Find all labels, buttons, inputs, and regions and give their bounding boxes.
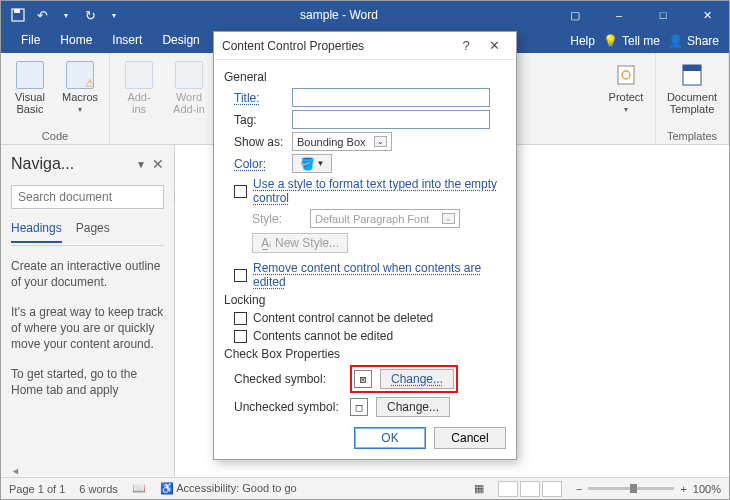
nav-tabs: Headings Pages — [11, 221, 164, 243]
section-locking: Locking — [224, 293, 506, 307]
document-template-button[interactable]: Document Template — [662, 57, 722, 128]
document-title: sample - Word — [125, 8, 553, 22]
nav-scroll-left-icon[interactable]: ◄ — [11, 466, 20, 476]
svg-rect-1 — [14, 9, 20, 13]
addins-button: Add- ins — [116, 57, 162, 140]
section-general: General — [224, 70, 506, 84]
style-label: Style: — [252, 212, 304, 226]
svg-rect-2 — [618, 66, 634, 84]
checked-change-button[interactable]: Change... — [380, 369, 454, 389]
color-picker[interactable]: 🪣▼ — [292, 154, 332, 173]
search-box[interactable]: 🔍▾ — [11, 185, 164, 209]
word-addins-button: Word Add-in — [166, 57, 212, 140]
zoom-out-button[interactable]: − — [576, 483, 582, 495]
cannot-delete-label: Content control cannot be deleted — [253, 311, 433, 325]
undo-icon[interactable]: ↶ — [31, 4, 53, 26]
cannot-edit-checkbox[interactable] — [234, 330, 247, 343]
status-proofing-icon[interactable]: 📖 — [132, 482, 146, 495]
status-macro-icon[interactable]: ▦ — [474, 482, 484, 495]
color-label: Color: — [234, 157, 286, 171]
qat-customize-icon[interactable]: ▾ — [103, 4, 125, 26]
protect-icon — [612, 61, 640, 89]
close-window-button[interactable]: ✕ — [685, 1, 729, 29]
share-button[interactable]: 👤Share — [668, 34, 719, 48]
save-icon[interactable] — [7, 4, 29, 26]
dialog-help-button[interactable]: ? — [452, 38, 480, 53]
document-template-icon — [678, 61, 706, 89]
zoom-percent[interactable]: 100% — [693, 483, 721, 495]
checked-symbol-label: Checked symbol: — [234, 372, 342, 386]
new-style-icon: A̲ᵢ — [261, 236, 271, 250]
use-style-label: Use a style to format text typed into th… — [253, 177, 506, 205]
tab-home[interactable]: Home — [50, 29, 102, 53]
group-addins: Add- ins Word Add-in — [110, 53, 219, 144]
tell-me[interactable]: 💡Tell me — [603, 34, 660, 48]
unchecked-change-button[interactable]: Change... — [376, 397, 450, 417]
cancel-button[interactable]: Cancel — [434, 427, 506, 449]
content-control-properties-dialog: Content Control Properties ? ✕ General T… — [213, 31, 517, 460]
view-buttons — [498, 481, 562, 497]
tab-design[interactable]: Design — [152, 29, 209, 53]
section-checkbox-props: Check Box Properties — [224, 347, 506, 361]
status-page[interactable]: Page 1 of 1 — [9, 483, 65, 495]
view-read-mode[interactable] — [498, 481, 518, 497]
status-accessibility[interactable]: ♿ Accessibility: Good to go — [160, 482, 297, 495]
group-protect: Protect ▾ — [597, 53, 656, 144]
unchecked-symbol-label: Unchecked symbol: — [234, 400, 342, 414]
group-code: Visual Basic ⚠ Macros ▾ Code — [1, 53, 110, 144]
chevron-down-icon: ⌄ — [374, 136, 387, 147]
style-combo: Default Paragraph Font⌄ — [310, 209, 460, 228]
cannot-edit-label: Contents cannot be edited — [253, 329, 393, 343]
tab-headings[interactable]: Headings — [11, 221, 62, 243]
nav-dropdown-icon[interactable]: ▼ — [136, 159, 146, 170]
zoom-slider[interactable] — [588, 487, 674, 490]
tag-label: Tag: — [234, 113, 286, 127]
macros-button[interactable]: ⚠ Macros ▾ — [57, 57, 103, 128]
view-web-layout[interactable] — [542, 481, 562, 497]
visual-basic-button[interactable]: Visual Basic — [7, 57, 53, 128]
view-print-layout[interactable] — [520, 481, 540, 497]
nav-close-icon[interactable]: ✕ — [152, 156, 164, 172]
use-style-checkbox[interactable] — [234, 185, 247, 198]
title-input[interactable] — [292, 88, 490, 107]
visual-basic-icon — [16, 61, 44, 89]
zoom-control: − + 100% — [576, 483, 721, 495]
nav-info: Create an interactive outline of your do… — [11, 258, 164, 412]
paint-bucket-icon: 🪣 — [300, 157, 315, 171]
quick-access-toolbar: ↶ ▾ ↻ ▾ — [1, 4, 125, 26]
undo-dropdown-icon[interactable]: ▾ — [55, 4, 77, 26]
unchecked-symbol-preview: □ — [350, 398, 368, 416]
addins-icon — [125, 61, 153, 89]
showas-label: Show as: — [234, 135, 286, 149]
lightbulb-icon: 💡 — [603, 34, 618, 48]
redo-icon[interactable]: ↻ — [79, 4, 101, 26]
showas-combo[interactable]: Bounding Box⌄ — [292, 132, 392, 151]
remove-when-edited-checkbox[interactable] — [234, 269, 247, 282]
tab-insert[interactable]: Insert — [102, 29, 152, 53]
navigation-pane: Naviga... ▼ ✕ 🔍▾ Headings Pages Create a… — [1, 145, 175, 479]
tab-file[interactable]: File — [11, 29, 50, 53]
zoom-in-button[interactable]: + — [680, 483, 686, 495]
group-label-code: Code — [7, 128, 103, 142]
titlebar: ↶ ▾ ↻ ▾ sample - Word ▢ – □ ✕ — [1, 1, 729, 29]
macros-icon: ⚠ — [66, 61, 94, 89]
new-style-button: A̲ᵢ New Style... — [252, 233, 348, 253]
protect-button[interactable]: Protect ▾ — [603, 57, 649, 140]
dialog-title: Content Control Properties — [222, 39, 452, 53]
minimize-button[interactable]: – — [597, 1, 641, 29]
maximize-button[interactable]: □ — [641, 1, 685, 29]
dialog-close-button[interactable]: ✕ — [480, 38, 508, 53]
word-addins-icon — [175, 61, 203, 89]
status-words[interactable]: 6 words — [79, 483, 118, 495]
checked-symbol-highlight: ⊠ Change... — [350, 365, 458, 393]
search-input[interactable] — [12, 190, 174, 204]
tab-pages[interactable]: Pages — [76, 221, 110, 243]
ok-button[interactable]: OK — [354, 427, 426, 449]
ribbon-display-options-icon[interactable]: ▢ — [553, 1, 597, 29]
chevron-down-icon: ⌄ — [442, 213, 455, 224]
remove-when-edited-label: Remove content control when contents are… — [253, 261, 506, 289]
tab-help[interactable]: Help — [570, 34, 595, 48]
cannot-delete-checkbox[interactable] — [234, 312, 247, 325]
tag-input[interactable] — [292, 110, 490, 129]
checked-symbol-preview: ⊠ — [354, 370, 372, 388]
